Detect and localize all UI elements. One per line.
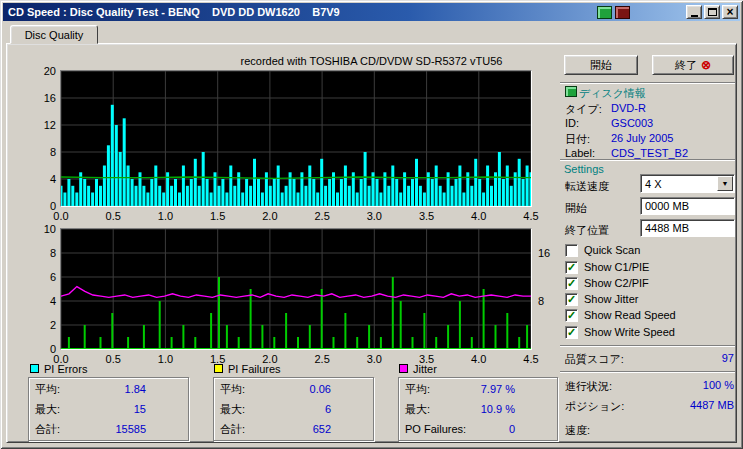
disc-label-label: Label: <box>565 147 595 159</box>
close-icon: × <box>726 6 733 18</box>
axis-tick-label: 4.0 <box>467 210 491 222</box>
stat-value: 7.97 % <box>481 383 515 395</box>
quality-score-value: 97 <box>632 352 734 364</box>
transfer-speed-label: 転送速度 <box>565 179 609 194</box>
end-position-label: 終了位置 <box>565 223 609 238</box>
stat-row: 合計:15585 <box>29 419 188 439</box>
disc-id-label: ID: <box>565 117 579 129</box>
stat-label: 平均: <box>220 382 245 397</box>
stat-row: 平均:0.06 <box>214 379 373 399</box>
stat-value: 10.9 % <box>481 403 515 415</box>
checkbox-show-c2-pif-label[interactable]: Show C2/PIF <box>584 277 649 289</box>
disc-id-value: GSC003 <box>611 117 653 129</box>
exit-button[interactable]: 終了 ⊗ <box>652 55 734 75</box>
axis-tick-label: 2 <box>28 319 56 331</box>
checkbox-show-write-speed[interactable]: ✓ <box>565 326 578 339</box>
transfer-speed-value: 4 X <box>645 178 662 190</box>
separator <box>560 159 735 161</box>
stat-label: 平均: <box>35 382 60 397</box>
pi-failures-stats-box: 平均:0.06 最大:6 合計:652 <box>213 377 374 441</box>
exit-button-label: 終了 <box>675 58 697 73</box>
axis-tick-label: 16 <box>538 247 562 259</box>
axis-tick-label: 2.5 <box>310 353 334 365</box>
titlebar-red-icon[interactable] <box>615 6 630 19</box>
app-window: CD Speed : Disc Quality Test - BENQ DVD … <box>0 0 743 449</box>
progress-label: 進行状況: <box>565 379 612 394</box>
maximize-icon <box>708 8 717 16</box>
separator <box>560 371 735 373</box>
minimize-button[interactable] <box>686 5 702 19</box>
separator <box>560 82 735 84</box>
checkbox-show-read-speed-label[interactable]: Show Read Speed <box>584 309 676 321</box>
stat-value: 0.06 <box>310 383 331 395</box>
jitter-legend-label: Jitter <box>413 363 437 375</box>
axis-tick-label: 4.5 <box>519 353 543 365</box>
axis-tick-label: 3.0 <box>362 210 386 222</box>
stat-value: 0 <box>509 423 515 435</box>
pi-errors-swatch <box>30 364 39 373</box>
axis-tick-label: 4.0 <box>467 353 491 365</box>
checkbox-show-write-speed-label[interactable]: Show Write Speed <box>584 326 675 338</box>
jitter-stats-box: 平均:7.97 % 最大:10.9 % PO Failures:0 <box>398 377 558 441</box>
axis-tick-label: 4 <box>28 173 56 185</box>
stat-row: 合計:652 <box>214 419 373 439</box>
transfer-speed-select[interactable]: 4 X ▼ <box>640 174 735 193</box>
title-bar[interactable]: CD Speed : Disc Quality Test - BENQ DVD … <box>3 3 740 21</box>
disc-info-section-title: ディスク情報 <box>579 86 646 101</box>
checkbox-quick-scan-label[interactable]: Quick Scan <box>584 244 640 256</box>
stat-value: 652 <box>313 423 331 435</box>
stat-row: 最大:6 <box>214 399 373 419</box>
disc-info-icon <box>565 86 577 97</box>
end-position-input[interactable] <box>640 219 735 237</box>
checkbox-show-jitter-label[interactable]: Show Jitter <box>584 293 638 305</box>
stat-label: 最大: <box>35 402 60 417</box>
checkbox-show-jitter[interactable]: ✓ <box>565 293 578 306</box>
disc-type-label: タイプ: <box>565 102 602 117</box>
stat-value: 15 <box>134 403 146 415</box>
checkbox-show-c2-pif[interactable]: ✓ <box>565 277 578 290</box>
stat-label: 最大: <box>405 402 430 417</box>
start-button-label: 開始 <box>590 58 612 73</box>
chevron-down-icon[interactable]: ▼ <box>717 176 733 191</box>
stat-value: 1.84 <box>125 383 146 395</box>
start-button[interactable]: 開始 <box>564 55 638 75</box>
tab-label: Disc Quality <box>25 29 84 41</box>
axis-tick-label: 8 <box>28 146 56 158</box>
stat-row: PO Failures:0 <box>399 419 557 439</box>
separator <box>560 345 735 347</box>
position-label: ポジション: <box>565 399 624 414</box>
axis-tick-label: 8 <box>538 295 562 307</box>
maximize-button[interactable] <box>704 5 720 19</box>
titlebar-spacer <box>630 12 684 13</box>
titlebar-green-icon[interactable] <box>597 6 612 19</box>
stat-label: 平均: <box>405 382 430 397</box>
axis-tick-label: 0.5 <box>101 210 125 222</box>
checkbox-show-c1-pie[interactable]: ✓ <box>565 261 578 274</box>
axis-tick-label: 12 <box>28 119 56 131</box>
jitter-legend: Jitter <box>399 362 437 375</box>
stat-row: 最大:10.9 % <box>399 399 557 419</box>
axis-tick-label: 20 <box>28 65 56 77</box>
axis-tick-label: 16 <box>28 92 56 104</box>
axis-tick-label: 8 <box>28 247 56 259</box>
close-button[interactable]: × <box>722 5 738 19</box>
pi-errors-stats-box: 平均:1.84 最大:15 合計:15585 <box>28 377 189 441</box>
pi-failures-legend-label: PI Failures <box>228 363 281 375</box>
axis-tick-label: 1.0 <box>153 353 177 365</box>
position-value: 4487 MB <box>632 399 734 411</box>
pif-jitter-plot-area <box>61 229 531 349</box>
tab-disc-quality[interactable]: Disc Quality <box>10 25 98 44</box>
axis-tick-label: 1.0 <box>153 210 177 222</box>
checkbox-quick-scan[interactable] <box>565 244 578 257</box>
start-position-input[interactable] <box>640 197 735 215</box>
checkbox-show-c1-pie-label[interactable]: Show C1/PIE <box>584 261 649 273</box>
axis-tick-label: 1.5 <box>206 210 230 222</box>
checkbox-show-read-speed[interactable]: ✓ <box>565 309 578 322</box>
axis-tick-label: 3.0 <box>362 353 386 365</box>
progress-value: 100 % <box>632 379 734 391</box>
quality-score-label: 品質スコア: <box>565 352 624 367</box>
pi-errors-legend-label: PI Errors <box>44 363 87 375</box>
axis-tick-label: 2.5 <box>310 210 334 222</box>
stat-label: 最大: <box>220 402 245 417</box>
axis-tick-label: 0 <box>28 343 56 355</box>
